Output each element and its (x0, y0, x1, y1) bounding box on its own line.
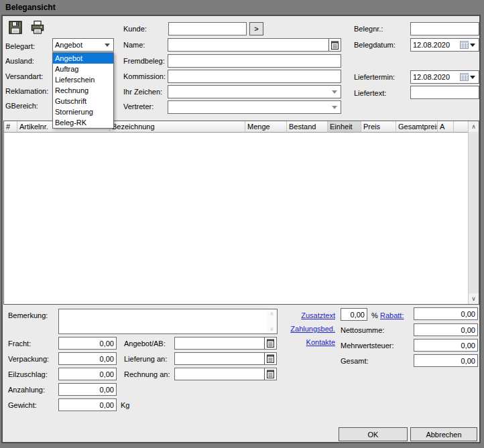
kontakte-link[interactable]: Kontakte (268, 338, 335, 346)
dialog-window: Belegansicht Belegart (0, 0, 484, 448)
print-button[interactable] (29, 20, 46, 36)
mehrwertsteuer-label: Mehrwertsteuer: (341, 342, 394, 350)
reklamation-label: Reklamation: (5, 87, 48, 96)
chevron-down-icon (105, 44, 110, 50)
scroll-down-button[interactable]: ∨ (469, 293, 479, 304)
name-field-group (168, 38, 341, 52)
ok-button[interactable]: OK (339, 427, 408, 441)
belegart-label: Belegart: (5, 42, 35, 51)
save-button[interactable] (7, 20, 23, 36)
verpackung-input[interactable] (58, 352, 117, 365)
rechnung-an-lookup-button[interactable] (264, 368, 276, 380)
liefertext-label: Liefertext: (354, 89, 386, 98)
belegart-select[interactable]: Angebot (52, 38, 114, 52)
column-header-filler (454, 121, 468, 133)
eilzuschlag-label: Eilzuschlag: (8, 370, 48, 379)
name-lookup-button[interactable] (328, 39, 341, 51)
ihr-zeichen-label: Ihr Zeichen: (123, 88, 162, 96)
kunde-input[interactable] (168, 22, 247, 35)
nettosumme-label: Nettosumme: (341, 326, 384, 335)
liefertermin-datepicker[interactable]: 12.08.2020 (410, 70, 479, 84)
belegart-selected-value: Angebot (55, 41, 105, 49)
lieferung-an-input[interactable] (175, 353, 264, 364)
dropdown-item-stornierung[interactable]: Stornierung (53, 106, 113, 117)
lieferung-an-lookup-button[interactable] (264, 353, 276, 364)
gewicht-label: Gewicht: (8, 401, 37, 410)
table-scrollbar[interactable]: ∧ ∨ (468, 121, 479, 304)
belegdatum-value: 12.08.2020 (411, 41, 460, 49)
dropdown-item-angebot[interactable]: Angebot (53, 53, 113, 64)
window-title: Belegansicht (5, 3, 56, 12)
anzahlung-label: Anzahlung: (8, 386, 45, 394)
liefertext-input[interactable] (410, 86, 479, 99)
calendar-icon (460, 41, 469, 49)
chevron-down-icon (470, 76, 475, 82)
dropdown-item-gutschrift[interactable]: Gutschrift (53, 96, 113, 106)
kommission-input[interactable] (168, 70, 341, 83)
verpackung-label: Verpackung: (8, 355, 49, 364)
lieferung-an-field-group (174, 352, 277, 365)
calendar-icon (460, 73, 469, 81)
rechnung-an-input[interactable] (175, 368, 264, 380)
column-header-preis[interactable]: Preis (361, 121, 396, 133)
rabatt-link[interactable]: Rabatt: (380, 311, 404, 319)
column-header-einheit[interactable]: Einheit (328, 121, 361, 133)
dropdown-item-rechnung[interactable]: Rechnung (53, 85, 113, 96)
liefertermin-label: Liefertermin: (354, 73, 395, 82)
floppy-disk-icon (8, 20, 23, 35)
angebot-ab-field-group (174, 337, 277, 350)
mehrwertsteuer-input[interactable] (414, 339, 478, 352)
vertreter-select[interactable] (168, 100, 341, 114)
bemerkung-field-group: ∧ ∨ (58, 309, 278, 334)
gbereich-label: GBereich: (5, 102, 38, 110)
eilzuschlag-input[interactable] (58, 368, 117, 380)
belegnr-input[interactable] (410, 22, 479, 35)
fracht-input[interactable] (58, 337, 117, 350)
column-header-gesamtpreis[interactable]: Gesamtpreis (396, 121, 438, 133)
gesamt-input[interactable] (414, 354, 478, 367)
versandart-label: Versandart: (5, 72, 43, 81)
fracht-label: Fracht: (8, 340, 31, 348)
gewicht-input[interactable] (58, 398, 117, 411)
rechnung-an-label: Rechnung an: (124, 370, 170, 379)
zusatztext-link[interactable]: Zusatztext (268, 311, 335, 319)
printer-icon (30, 20, 45, 35)
kunde-label: Kunde: (123, 25, 147, 33)
belegdatum-label: Belegdatum: (354, 41, 396, 50)
ihr-zeichen-select[interactable] (168, 85, 341, 98)
zahlungsbed-link[interactable]: Zahlungsbed. (268, 325, 335, 333)
nettosumme-input[interactable] (414, 323, 478, 336)
column-header-nr[interactable]: # (4, 121, 17, 133)
chevron-down-icon (332, 90, 337, 96)
rabatt-percent-input[interactable] (341, 308, 367, 321)
anzahlung-input[interactable] (58, 383, 117, 396)
dropdown-item-lieferschein[interactable]: Lieferschein (53, 74, 113, 85)
column-header-a[interactable]: A (438, 121, 454, 133)
title-bar: Belegansicht (0, 0, 484, 15)
column-header-bestand[interactable]: Bestand (287, 121, 328, 133)
scroll-up-button[interactable]: ∧ (469, 121, 479, 132)
column-header-bezeichnung[interactable]: Bezeichnung (110, 121, 245, 133)
cancel-button[interactable]: Abbrechen (410, 427, 477, 441)
bemerkung-textarea[interactable] (59, 309, 267, 333)
percent-label: % (371, 311, 378, 320)
items-table: # Artikelnr. Bezeichnung Menge Bestand E… (3, 121, 479, 305)
kg-unit-label: Kg (121, 401, 129, 410)
angebot-ab-input[interactable] (175, 338, 264, 349)
lieferung-an-label: Lieferung an: (124, 355, 167, 364)
dropdown-item-beleg-rk[interactable]: Beleg-RK (53, 117, 113, 128)
rabatt-input[interactable] (414, 307, 478, 320)
kommission-label: Kommission: (123, 72, 166, 81)
fremdbeleg-input[interactable] (168, 54, 341, 68)
angebot-ab-label: Angebot/AB: (124, 340, 166, 348)
name-input[interactable] (168, 39, 328, 51)
belegnr-label: Belegnr.: (354, 25, 383, 33)
kunde-expand-button[interactable]: > (249, 22, 263, 35)
dropdown-item-auftrag[interactable]: Auftrag (53, 64, 113, 74)
column-header-menge[interactable]: Menge (245, 121, 287, 133)
belegdatum-datepicker[interactable]: 12.08.2020 (410, 38, 479, 52)
fremdbeleg-label: Fremdbeleg: (123, 57, 165, 66)
dialog-content: Belegart: Ausland: Versandart: Reklamati… (1, 15, 481, 443)
chevron-down-icon (332, 106, 337, 112)
ausland-label: Ausland: (5, 57, 34, 66)
